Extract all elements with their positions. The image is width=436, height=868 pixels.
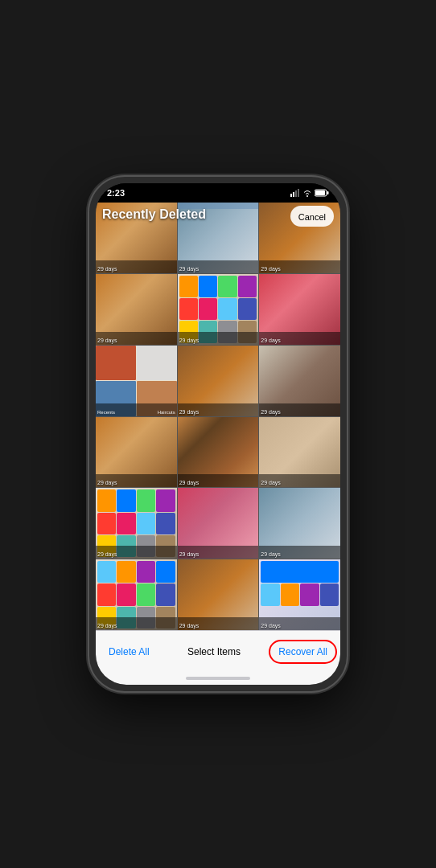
photo-days: 29 days [179,480,199,485]
photo-cell[interactable]: 29 days [96,488,177,559]
phone-frame: 2:23 [89,177,347,691]
screen-content: 2:23 [96,183,340,685]
photo-days: 29 days [97,338,117,343]
phone-screen: 2:23 [96,183,340,685]
status-time: 2:23 [107,188,125,198]
photo-cell[interactable]: 29 days [178,274,259,345]
wifi-icon [302,189,312,197]
select-items-label: Select Items [187,646,241,657]
cancel-label: Cancel [298,212,326,222]
svg-rect-1 [293,192,294,197]
photo-cell[interactable]: 29 days [178,417,259,488]
photo-cell[interactable]: Recents Haircuts [96,346,177,416]
photo-days: 29 days [97,266,117,272]
delete-all-button[interactable]: Delete All [109,646,150,657]
photo-days: 29 days [261,551,281,557]
photo-cell[interactable]: 29 days [96,274,177,345]
photo-days: 29 days [179,338,199,343]
photo-days: 29 days [179,551,199,557]
home-indicator[interactable] [96,672,340,685]
svg-rect-2 [295,190,297,197]
photo-days: 29 days [179,409,199,415]
photo-cell[interactable]: 29 days [259,274,340,345]
photo-days: 29 days [261,338,281,343]
recover-all-button[interactable]: Recover All [278,646,327,657]
svg-rect-0 [290,194,292,197]
svg-rect-5 [315,190,325,195]
signal-icon [290,189,300,197]
photo-days: 29 days [261,480,281,485]
home-bar [186,677,250,680]
photo-days: 29 days [97,623,117,628]
photo-days: 29 days [97,551,117,557]
photo-days: 29 days [179,623,199,628]
photo-days: 29 days [261,266,281,272]
notch [186,183,250,199]
grid-header: Recently Deleted [102,207,206,222]
cancel-button[interactable]: Cancel [290,206,334,227]
photo-cell[interactable]: 29 days [178,559,259,630]
page-title: Recently Deleted [102,207,206,221]
photo-days: 29 days [97,480,117,485]
bottom-toolbar: Delete All Select Items Recover All [96,630,340,672]
photo-cell[interactable]: 29 days [259,559,340,630]
photo-area: Recently Deleted Cancel 29 days [96,203,340,630]
photo-cell[interactable]: 29 days [178,346,259,416]
photo-cell[interactable]: 29 days [96,417,177,488]
photo-cell[interactable]: 29 days [178,488,259,559]
photo-cell[interactable]: 29 days [96,559,177,630]
photo-days: 29 days [261,409,281,415]
photo-cell[interactable]: 29 days [259,417,340,488]
recover-highlight-circle [269,640,337,664]
photo-days: 29 days [261,623,281,628]
battery-icon [315,189,329,197]
photo-cell[interactable]: 29 days [259,488,340,559]
photo-grid: 29 days 29 days 29 days [96,203,340,630]
svg-rect-3 [298,189,299,197]
status-icons [290,189,329,197]
photo-days: 29 days [179,266,199,272]
photo-cell[interactable]: 29 days [259,346,340,416]
svg-rect-6 [327,191,329,194]
